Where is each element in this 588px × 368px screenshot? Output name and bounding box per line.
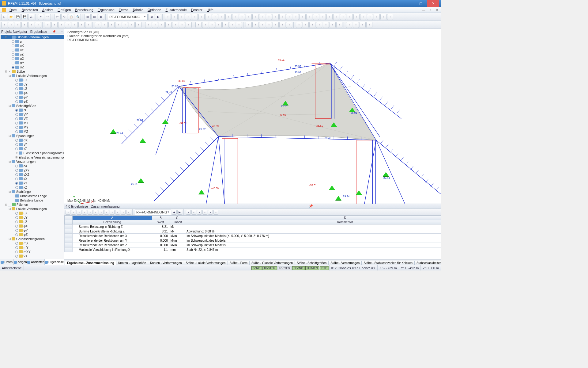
next-case-icon[interactable]: ▶ bbox=[155, 14, 161, 20]
toolbar-button[interactable]: ▪ bbox=[366, 22, 372, 28]
toolbar-button[interactable]: ▫ bbox=[306, 14, 312, 20]
col-header[interactable]: D bbox=[185, 216, 441, 220]
toolbar-button[interactable]: ▫ bbox=[340, 14, 346, 20]
model-canvas[interactable]: 29.44 29.44 29.48 25.97 25.97 25.91 25.9… bbox=[64, 43, 441, 204]
toolbar-button[interactable]: ▫ bbox=[320, 14, 326, 20]
toolbar-button[interactable]: ▪ bbox=[72, 22, 78, 28]
tree-item[interactable]: uY bbox=[1, 82, 64, 86]
toolbar-button[interactable]: ▪ bbox=[108, 22, 115, 28]
toolbar-button[interactable]: ▪ bbox=[336, 22, 342, 28]
toolbar-button[interactable]: ▫ bbox=[273, 14, 279, 20]
toolbar-button[interactable]: ▪ bbox=[236, 22, 242, 28]
table-row[interactable]: Summe Lagerkräfte in Richtung Z8.21kNAbw… bbox=[65, 229, 441, 234]
tree-item[interactable]: ⊟✓Stäbe bbox=[1, 69, 64, 74]
toolbar-button[interactable]: ▪ bbox=[45, 22, 51, 28]
pin-icon[interactable]: 📌 bbox=[309, 204, 313, 208]
results-tab[interactable]: Knoten - Lagerkräfte bbox=[116, 261, 148, 265]
nav-tab-ansichten[interactable]: Ansichten bbox=[27, 259, 45, 265]
prev-case-icon[interactable]: ◀ bbox=[148, 14, 154, 20]
prev-icon[interactable]: ◀ bbox=[172, 210, 177, 215]
status-toggle-fang[interactable]: FANG bbox=[251, 266, 262, 270]
toolbar-button[interactable]: ▫ bbox=[126, 210, 131, 215]
mdi-close-button[interactable]: × bbox=[434, 8, 440, 12]
toolbar-button[interactable]: ▪ bbox=[51, 22, 58, 28]
print-icon[interactable]: 🖨 bbox=[28, 14, 34, 20]
undo-icon[interactable]: ↶ bbox=[38, 14, 44, 20]
toolbar-button[interactable]: ▫ bbox=[252, 14, 258, 20]
toolbar-button[interactable]: ▪ bbox=[316, 22, 322, 28]
toolbar-button[interactable]: ▫ bbox=[172, 14, 178, 20]
toolbar-button[interactable]: ▫ bbox=[82, 210, 87, 215]
toolbar-button[interactable]: ▫ bbox=[121, 210, 126, 215]
toolbar-button[interactable]: ▪ bbox=[246, 22, 252, 28]
menu-extras[interactable]: Extras bbox=[117, 8, 130, 12]
toolbar-button[interactable]: ▫ bbox=[225, 14, 232, 20]
tree-item[interactable]: ⊟Spannungen bbox=[1, 134, 64, 138]
toolbar-button[interactable]: ▫ bbox=[110, 210, 115, 215]
toolbar-button[interactable]: ▪ bbox=[172, 22, 178, 28]
toolbar-button[interactable]: ▪ bbox=[85, 22, 91, 28]
redo-icon[interactable]: ↷ bbox=[45, 14, 51, 20]
results-tab[interactable]: Stäbe - Form bbox=[228, 261, 250, 265]
tree-item[interactable]: σX bbox=[1, 138, 64, 142]
close-panel-icon[interactable]: × bbox=[61, 30, 63, 33]
mdi-restore-button[interactable]: ▫ bbox=[427, 8, 434, 12]
toolbar-button[interactable]: ▫ bbox=[286, 14, 292, 20]
toolbar-button[interactable]: ▫ bbox=[198, 14, 205, 20]
toolbar-button[interactable]: ▫ bbox=[239, 14, 245, 20]
tree-item[interactable]: ⊟Grundschnittgrößen bbox=[1, 237, 64, 241]
toolbar-button[interactable]: ▪ bbox=[15, 22, 21, 28]
pin-icon[interactable]: 📌 bbox=[52, 30, 56, 33]
toolbar-button[interactable]: ▫ bbox=[93, 210, 98, 215]
toolbar-button[interactable]: ▪ bbox=[279, 22, 285, 28]
tree-item[interactable]: uZ bbox=[1, 86, 64, 91]
menu-zusatzmodule[interactable]: Zusatzmodule bbox=[164, 8, 189, 12]
toolbar-button[interactable]: ▪ bbox=[129, 22, 135, 28]
save-all-icon[interactable]: 💾 bbox=[21, 14, 28, 20]
tree-item[interactable]: κY bbox=[1, 181, 64, 185]
toolbar-button[interactable]: ▫ bbox=[232, 14, 238, 20]
status-toggle-raster[interactable]: RASTER bbox=[262, 266, 277, 270]
toolbar-button[interactable]: ▪ bbox=[191, 210, 196, 215]
tree-item[interactable]: uZ bbox=[1, 52, 64, 56]
results-tab[interactable]: Stäbe - Verzerrungen bbox=[328, 261, 362, 265]
toolbar-button[interactable]: ▪ bbox=[28, 22, 34, 28]
table-row[interactable]: Resultierende der Reaktionen um Z0.000kN… bbox=[65, 243, 441, 247]
toolbar-button[interactable]: ▪ bbox=[202, 210, 207, 215]
nav-tab-zeigen[interactable]: Zeigen bbox=[14, 259, 28, 265]
nav-tab-ergebnisse[interactable]: Ergebnisse bbox=[45, 259, 64, 265]
tree-item[interactable]: ⊟Schnittgrößen bbox=[1, 104, 64, 108]
toolbar-button[interactable]: ▫ bbox=[353, 14, 360, 20]
tree-item[interactable]: VZ bbox=[1, 117, 64, 121]
results-tab[interactable]: Ergebnisse - Zusammenfassung bbox=[65, 261, 116, 265]
tree-item[interactable]: τZ bbox=[1, 147, 64, 151]
menu-ansicht[interactable]: Ansicht bbox=[40, 8, 55, 12]
toolbar-button[interactable]: ▫ bbox=[246, 14, 252, 20]
toolbar-button[interactable]: ▪ bbox=[115, 22, 121, 28]
toolbar-button[interactable]: ▫ bbox=[104, 210, 109, 215]
toolbar-button[interactable]: ▪ bbox=[229, 22, 235, 28]
navigator-tree[interactable]: ⊟Globale VerformungenuuXuYuZφXφYφZ⊟✓Stäb… bbox=[0, 34, 64, 259]
toolbar-button[interactable]: ▫ bbox=[279, 14, 285, 20]
toolbar-button[interactable]: ▫ bbox=[259, 14, 265, 20]
toolbar-button[interactable]: ▪ bbox=[1, 22, 7, 28]
menu-einfügen[interactable]: Einfügen bbox=[55, 8, 73, 12]
menu-bearbeiten[interactable]: Bearbeiten bbox=[20, 8, 40, 12]
status-toggle-kartes[interactable]: KARTES bbox=[277, 266, 292, 270]
tree-item[interactable]: κZ bbox=[1, 185, 64, 190]
menu-berechnung[interactable]: Berechnung bbox=[73, 8, 95, 12]
menu-hilfe[interactable]: Hilfe bbox=[205, 8, 216, 12]
col-header[interactable]: B bbox=[152, 216, 169, 220]
toolbar-button[interactable]: ▪ bbox=[286, 22, 292, 28]
toolbar-button[interactable]: ▪ bbox=[165, 22, 172, 28]
toolbar-button[interactable]: ▪ bbox=[296, 22, 302, 28]
results-tab[interactable]: Knoten - Verformungen bbox=[148, 261, 184, 265]
toolbar-button[interactable]: ▪ bbox=[259, 22, 265, 28]
toolbar-button[interactable]: ▫ bbox=[293, 14, 299, 20]
menu-tabelle[interactable]: Tabelle bbox=[130, 8, 145, 12]
toolbar-button[interactable]: ▪ bbox=[252, 22, 258, 28]
tree-item[interactable]: uX bbox=[1, 44, 64, 48]
menu-optionen[interactable]: Optionen bbox=[145, 8, 164, 12]
results-loadcase-combo[interactable]: RF-FORMFINDUNG ▼ bbox=[135, 209, 171, 215]
table-row[interactable]: Resultierende der Reaktionen um Y0.000kN… bbox=[65, 238, 441, 243]
